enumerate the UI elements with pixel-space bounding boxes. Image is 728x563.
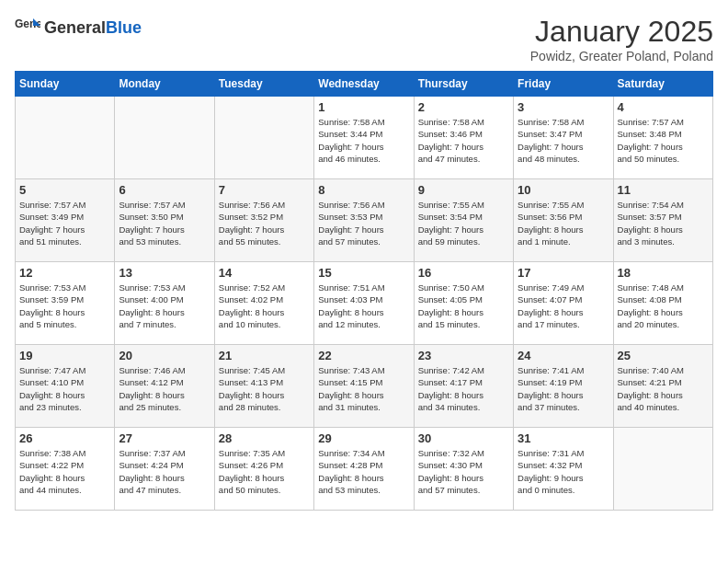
week-row-2: 12Sunrise: 7:53 AM Sunset: 3:59 PM Dayli… [16,262,713,345]
calendar-cell [214,97,313,179]
calendar-cell: 30Sunrise: 7:32 AM Sunset: 4:30 PM Dayli… [414,428,513,511]
day-number: 26 [19,431,110,445]
day-info: Sunrise: 7:40 AM Sunset: 4:21 PM Dayligh… [618,364,709,413]
col-header-wednesday: Wednesday [314,72,414,97]
day-info: Sunrise: 7:51 AM Sunset: 4:03 PM Dayligh… [318,282,409,330]
day-info: Sunrise: 7:31 AM Sunset: 4:32 PM Dayligh… [518,447,609,496]
calendar-cell: 18Sunrise: 7:48 AM Sunset: 4:08 PM Dayli… [613,262,712,345]
day-info: Sunrise: 7:43 AM Sunset: 4:15 PM Dayligh… [318,364,409,413]
day-number: 12 [19,266,110,280]
day-number: 20 [119,349,210,362]
day-number: 22 [318,349,409,362]
calendar-cell: 27Sunrise: 7:37 AM Sunset: 4:24 PM Dayli… [115,428,214,511]
calendar-cell: 11Sunrise: 7:54 AM Sunset: 3:57 PM Dayli… [613,179,712,262]
day-number: 30 [418,431,509,445]
day-number: 4 [618,100,709,114]
week-row-1: 5Sunrise: 7:57 AM Sunset: 3:49 PM Daylig… [16,179,713,262]
day-info: Sunrise: 7:38 AM Sunset: 4:22 PM Dayligh… [19,447,110,496]
logo-general: General [44,18,106,37]
calendar-cell [16,97,115,179]
calendar-cell: 9Sunrise: 7:55 AM Sunset: 3:54 PM Daylig… [414,179,513,262]
day-info: Sunrise: 7:46 AM Sunset: 4:12 PM Dayligh… [119,364,210,413]
calendar-cell: 15Sunrise: 7:51 AM Sunset: 4:03 PM Dayli… [314,262,414,345]
day-info: Sunrise: 7:56 AM Sunset: 3:53 PM Dayligh… [318,199,409,247]
day-number: 19 [19,349,110,362]
week-row-4: 26Sunrise: 7:38 AM Sunset: 4:22 PM Dayli… [16,428,713,511]
day-info: Sunrise: 7:58 AM Sunset: 3:44 PM Dayligh… [318,116,409,165]
day-info: Sunrise: 7:32 AM Sunset: 4:30 PM Dayligh… [418,447,509,496]
col-header-monday: Monday [115,72,214,97]
calendar-cell [613,428,712,511]
col-header-saturday: Saturday [613,72,712,97]
calendar-cell: 17Sunrise: 7:49 AM Sunset: 4:07 PM Dayli… [514,262,613,345]
calendar-cell: 5Sunrise: 7:57 AM Sunset: 3:49 PM Daylig… [16,179,115,262]
day-info: Sunrise: 7:37 AM Sunset: 4:24 PM Dayligh… [119,447,210,496]
calendar-cell: 23Sunrise: 7:42 AM Sunset: 4:17 PM Dayli… [414,345,513,428]
day-info: Sunrise: 7:54 AM Sunset: 3:57 PM Dayligh… [618,199,709,247]
day-number: 23 [418,349,509,362]
day-number: 2 [418,100,509,114]
calendar-cell: 6Sunrise: 7:57 AM Sunset: 3:50 PM Daylig… [115,179,214,262]
calendar-cell: 13Sunrise: 7:53 AM Sunset: 4:00 PM Dayli… [115,262,214,345]
title-area: January 2025 Powidz, Greater Poland, Pol… [530,15,713,63]
day-info: Sunrise: 7:55 AM Sunset: 3:54 PM Dayligh… [418,199,509,247]
day-number: 3 [518,100,609,114]
col-header-friday: Friday [514,72,613,97]
day-info: Sunrise: 7:57 AM Sunset: 3:50 PM Dayligh… [119,199,210,247]
day-number: 28 [219,431,310,445]
calendar-cell: 19Sunrise: 7:47 AM Sunset: 4:10 PM Dayli… [16,345,115,428]
day-info: Sunrise: 7:34 AM Sunset: 4:28 PM Dayligh… [318,447,409,496]
calendar-cell: 10Sunrise: 7:55 AM Sunset: 3:56 PM Dayli… [514,179,613,262]
day-info: Sunrise: 7:58 AM Sunset: 3:46 PM Dayligh… [418,116,509,165]
day-info: Sunrise: 7:55 AM Sunset: 3:56 PM Dayligh… [518,199,609,247]
col-header-tuesday: Tuesday [214,72,313,97]
day-number: 14 [219,266,310,280]
day-number: 31 [518,431,609,445]
day-info: Sunrise: 7:45 AM Sunset: 4:13 PM Dayligh… [219,364,310,413]
week-row-0: 1Sunrise: 7:58 AM Sunset: 3:44 PM Daylig… [16,97,713,179]
calendar-cell: 1Sunrise: 7:58 AM Sunset: 3:44 PM Daylig… [314,97,414,179]
calendar-cell: 29Sunrise: 7:34 AM Sunset: 4:28 PM Dayli… [314,428,414,511]
day-number: 17 [518,266,609,280]
calendar-cell: 16Sunrise: 7:50 AM Sunset: 4:05 PM Dayli… [414,262,513,345]
calendar-cell: 20Sunrise: 7:46 AM Sunset: 4:12 PM Dayli… [115,345,214,428]
day-number: 5 [19,183,110,197]
logo-blue: Blue [106,18,142,37]
day-info: Sunrise: 7:57 AM Sunset: 3:48 PM Dayligh… [618,116,709,165]
day-number: 13 [119,266,210,280]
calendar-cell: 7Sunrise: 7:56 AM Sunset: 3:52 PM Daylig… [214,179,313,262]
day-info: Sunrise: 7:58 AM Sunset: 3:47 PM Dayligh… [518,116,609,165]
day-info: Sunrise: 7:42 AM Sunset: 4:17 PM Dayligh… [418,364,509,413]
day-info: Sunrise: 7:48 AM Sunset: 4:08 PM Dayligh… [618,282,709,330]
day-info: Sunrise: 7:49 AM Sunset: 4:07 PM Dayligh… [518,282,609,330]
calendar-cell: 8Sunrise: 7:56 AM Sunset: 3:53 PM Daylig… [314,179,414,262]
calendar-cell: 26Sunrise: 7:38 AM Sunset: 4:22 PM Dayli… [16,428,115,511]
day-number: 24 [518,349,609,362]
day-number: 27 [119,431,210,445]
calendar-cell: 25Sunrise: 7:40 AM Sunset: 4:21 PM Dayli… [613,345,712,428]
calendar-cell: 4Sunrise: 7:57 AM Sunset: 3:48 PM Daylig… [613,97,712,179]
day-info: Sunrise: 7:35 AM Sunset: 4:26 PM Dayligh… [219,447,310,496]
header: General GeneralBlue January 2025 Powidz,… [15,15,713,63]
calendar-cell [115,97,214,179]
day-number: 9 [418,183,509,197]
calendar-table: SundayMondayTuesdayWednesdayThursdayFrid… [15,71,713,511]
day-number: 18 [618,266,709,280]
day-number: 11 [618,183,709,197]
day-number: 10 [518,183,609,197]
calendar-cell: 22Sunrise: 7:43 AM Sunset: 4:15 PM Dayli… [314,345,414,428]
calendar-cell: 12Sunrise: 7:53 AM Sunset: 3:59 PM Dayli… [16,262,115,345]
day-number: 8 [318,183,409,197]
day-number: 15 [318,266,409,280]
calendar-cell: 2Sunrise: 7:58 AM Sunset: 3:46 PM Daylig… [414,97,513,179]
day-number: 7 [219,183,310,197]
day-info: Sunrise: 7:50 AM Sunset: 4:05 PM Dayligh… [418,282,509,330]
calendar-cell: 14Sunrise: 7:52 AM Sunset: 4:02 PM Dayli… [214,262,313,345]
day-number: 16 [418,266,509,280]
day-info: Sunrise: 7:53 AM Sunset: 3:59 PM Dayligh… [19,282,110,330]
col-header-thursday: Thursday [414,72,513,97]
day-info: Sunrise: 7:57 AM Sunset: 3:49 PM Dayligh… [19,199,110,247]
day-number: 1 [318,100,409,114]
day-number: 21 [219,349,310,362]
day-info: Sunrise: 7:56 AM Sunset: 3:52 PM Dayligh… [219,199,310,247]
